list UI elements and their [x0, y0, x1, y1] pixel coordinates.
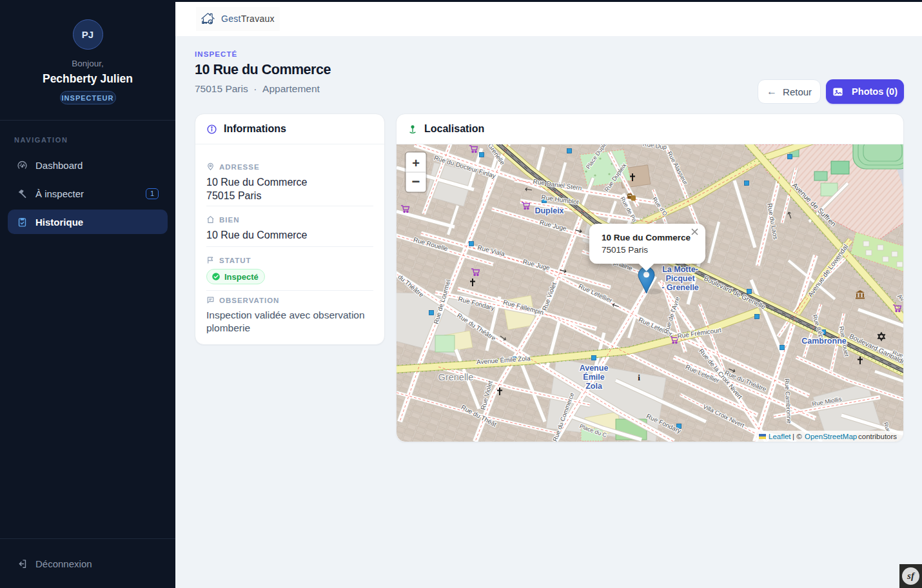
svg-text:−: −	[412, 173, 420, 190]
svg-text:| ©: | ©	[792, 433, 802, 440]
svg-text:Dupleix: Dupleix	[535, 206, 564, 215]
svg-text:contributors: contributors	[858, 433, 897, 440]
svg-text:Grenelle: Grenelle	[438, 372, 474, 382]
svg-text:+: +	[412, 156, 420, 170]
svg-text:Émile: Émile	[583, 372, 604, 382]
svg-text:OpenStreetMap: OpenStreetMap	[805, 433, 857, 440]
svg-text:Leaflet: Leaflet	[769, 433, 791, 440]
svg-text:i: i	[638, 373, 640, 382]
svg-text:75015 Paris: 75015 Paris	[602, 245, 648, 255]
svg-text:Avenue: Avenue	[580, 364, 609, 373]
svg-text:Picquet: Picquet	[665, 274, 695, 283]
svg-text:Zola: Zola	[585, 382, 603, 391]
svg-text:10 Rue du Commerce: 10 Rue du Commerce	[602, 233, 691, 242]
svg-text:La Motte-: La Motte-	[662, 265, 698, 274]
svg-text:Cambronne: Cambronne	[801, 337, 847, 346]
svg-text:- Grenelle: - Grenelle	[662, 283, 699, 292]
